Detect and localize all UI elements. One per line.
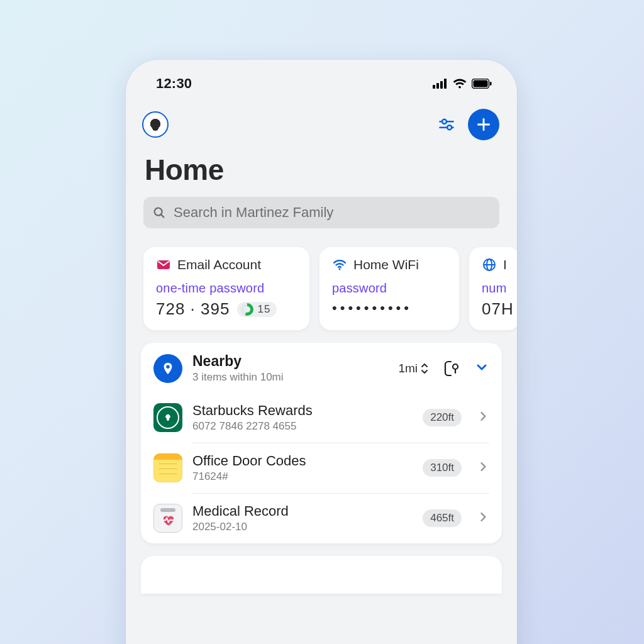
nearby-item[interactable]: Office Door Codes 71624# 310ft xyxy=(141,443,502,493)
nearby-item[interactable]: Medical Record 2025-02-10 465ft xyxy=(141,493,502,543)
otp-countdown-pill: 15 xyxy=(237,302,277,317)
customize-button[interactable] xyxy=(434,112,459,137)
svg-rect-2 xyxy=(440,81,443,89)
distance-badge: 310ft xyxy=(423,459,462,477)
starbucks-icon xyxy=(153,403,182,432)
card-email[interactable]: Email Account one-time password 728 · 39… xyxy=(143,247,309,330)
sliders-icon xyxy=(438,116,455,133)
plus-icon xyxy=(475,116,492,133)
chevron-right-icon xyxy=(477,460,489,475)
nearby-item[interactable]: Starbucks Rewards 6072 7846 2278 4655 22… xyxy=(141,392,502,443)
chevron-down-icon xyxy=(474,360,489,375)
item-subtitle: 6072 7846 2278 4655 xyxy=(192,420,313,433)
card-value: 07H xyxy=(482,299,514,319)
expand-toggle[interactable] xyxy=(474,360,489,377)
pin-badge xyxy=(153,354,182,383)
otp-value: 728 · 395 xyxy=(156,299,230,319)
svg-rect-0 xyxy=(433,85,435,89)
globe-icon xyxy=(482,257,497,272)
nearby-header[interactable]: Nearby 3 items within 10mi 1mi xyxy=(141,343,502,392)
svg-line-14 xyxy=(161,214,164,217)
svg-rect-3 xyxy=(444,79,447,89)
svg-rect-1 xyxy=(436,83,439,89)
app-header xyxy=(126,95,517,140)
search-field[interactable]: Search in Martinez Family xyxy=(143,197,499,228)
item-title: Medical Record xyxy=(192,503,289,519)
otp-countdown: 15 xyxy=(257,303,270,316)
wifi-icon xyxy=(332,257,347,272)
card-title: I xyxy=(503,257,507,272)
card-title: Home WiFi xyxy=(353,257,419,272)
status-time: 12:30 xyxy=(156,75,192,92)
distance-badge: 220ft xyxy=(423,409,462,426)
notes-icon xyxy=(153,453,182,482)
card-third[interactable]: I num 07H xyxy=(469,247,517,330)
map-pin-icon xyxy=(161,362,175,375)
cellular-icon xyxy=(433,79,448,89)
next-panel-peek xyxy=(141,556,502,594)
item-subtitle: 2025-02-10 xyxy=(192,521,289,533)
card-wifi[interactable]: Home WiFi password •••••••••• xyxy=(319,247,459,330)
add-button[interactable] xyxy=(468,109,499,140)
range-value: 1mi xyxy=(398,362,418,375)
nearby-title: Nearby xyxy=(192,353,284,370)
svg-point-20 xyxy=(453,364,458,369)
search-placeholder: Search in Martinez Family xyxy=(174,204,333,221)
countdown-ring-icon xyxy=(241,303,253,316)
chevron-right-icon xyxy=(477,511,489,526)
geofence-button[interactable] xyxy=(443,360,460,377)
stepper-icon xyxy=(420,363,429,374)
search-icon xyxy=(152,206,166,219)
distance-badge: 465ft xyxy=(423,509,462,527)
password-value: •••••••••• xyxy=(332,299,447,317)
status-icons xyxy=(433,79,492,89)
quick-access-cards[interactable]: Email Account one-time password 728 · 39… xyxy=(126,228,517,330)
geofence-icon xyxy=(443,360,460,377)
card-label: num xyxy=(482,281,514,296)
svg-point-16 xyxy=(339,269,341,270)
nearby-panel: Nearby 3 items within 10mi 1mi Starbucks xyxy=(141,343,502,543)
svg-rect-6 xyxy=(490,82,492,86)
phone-frame: 12:30 Home Search in Martinez Family Ema… xyxy=(126,60,517,644)
svg-point-10 xyxy=(447,125,452,130)
card-label: one-time password xyxy=(156,281,297,296)
svg-rect-5 xyxy=(474,80,488,87)
app-logo[interactable] xyxy=(142,111,169,138)
page-title: Home xyxy=(126,140,517,194)
item-title: Office Door Codes xyxy=(192,453,306,469)
wifi-icon xyxy=(453,79,467,89)
item-subtitle: 71624# xyxy=(192,470,306,483)
range-selector[interactable]: 1mi xyxy=(398,362,429,375)
medical-record-icon xyxy=(153,504,182,533)
item-title: Starbucks Rewards xyxy=(192,402,313,419)
status-bar: 12:30 xyxy=(126,60,517,95)
card-title: Email Account xyxy=(177,257,261,272)
svg-point-8 xyxy=(442,119,447,124)
card-label: password xyxy=(332,281,447,296)
nearby-subtitle: 3 items within 10mi xyxy=(192,371,284,384)
chevron-right-icon xyxy=(477,410,489,425)
battery-icon xyxy=(472,79,492,89)
mail-icon xyxy=(156,257,171,272)
